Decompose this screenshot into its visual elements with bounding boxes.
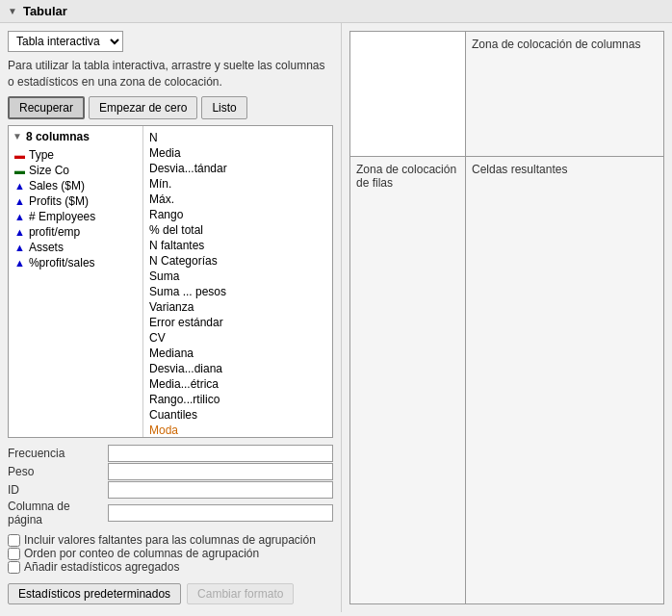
list-item[interactable]: CV [147, 330, 328, 346]
columns-header: ▼ 8 columnas [13, 130, 139, 143]
title-bar: ▼ Tabular [0, 0, 672, 23]
bottom-buttons: Estadísticos predeterminados Cambiar for… [8, 583, 333, 604]
bar-icon: ▬ [14, 165, 25, 176]
list-item[interactable]: Cuantiles [147, 407, 328, 423]
listo-button[interactable]: Listo [201, 96, 246, 119]
list-item[interactable]: Mín. [147, 176, 328, 192]
estadisticos-predeterminados-button[interactable]: Estadísticos predeterminados [8, 583, 181, 604]
frecuencia-input[interactable] [108, 445, 333, 462]
list-item[interactable]: ▲ Assets [13, 240, 139, 255]
list-item[interactable]: Desvia...tándar [147, 161, 328, 176]
column-label: %profit/sales [29, 256, 95, 270]
description-text: Para utilizar la tabla interactiva, arra… [8, 58, 333, 90]
list-item[interactable]: ▲ # Employees [13, 209, 139, 224]
drop-zone-bottom-right[interactable]: Celdas resultantes [466, 157, 663, 603]
list-item[interactable]: ▬ Size Co [13, 163, 139, 178]
main-container: Tabla interactiva Para utilizar la tabla… [0, 23, 672, 612]
triangle-icon: ▲ [14, 195, 25, 207]
triangle-icon: ▲ [14, 226, 25, 238]
triangle-icon: ▲ [14, 242, 25, 253]
peso-row: Peso [8, 463, 333, 480]
column-label: Sales ($M) [29, 179, 85, 192]
checkbox-incluir-faltantes[interactable] [8, 534, 20, 547]
list-item[interactable]: Error estándar [147, 315, 328, 330]
list-item[interactable]: Suma ... pesos [147, 284, 328, 299]
id-input[interactable] [108, 481, 333, 499]
empezar-cero-button[interactable]: Empezar de cero [89, 96, 197, 119]
title-text: Tabular [23, 4, 67, 18]
list-item[interactable]: Rango...rtilico [147, 392, 328, 407]
column-label: profit/emp [29, 225, 80, 239]
columna-pagina-input[interactable] [108, 504, 333, 522]
checkboxes-section: Incluir valores faltantes para las colum… [8, 533, 333, 574]
checkbox-orden-conteo[interactable] [8, 548, 20, 560]
list-item[interactable]: ▲ %profit/sales [13, 255, 139, 270]
list-item[interactable]: ▬ Type [13, 147, 139, 163]
checkbox-row-1: Incluir valores faltantes para las colum… [8, 533, 333, 547]
left-panel: Tabla interactiva Para utilizar la tabla… [0, 23, 342, 612]
columns-count-label: 8 columnas [26, 130, 90, 143]
frecuencia-label: Frecuencia [8, 447, 104, 460]
column-label: # Employees [29, 210, 95, 223]
checkbox-row-3: Añadir estadísticos agregados [8, 560, 333, 574]
triangle-icon: ▲ [14, 257, 25, 269]
list-item[interactable]: ▲ Profits ($M) [13, 193, 139, 209]
id-row: ID [8, 481, 333, 499]
column-label: Type [29, 148, 54, 162]
column-label: Profits ($M) [29, 194, 89, 208]
form-fields: Frecuencia Peso ID Columna de página [8, 444, 333, 527]
column-label: Size Co [29, 164, 69, 177]
list-item[interactable]: Suma [147, 269, 328, 284]
recuperar-button[interactable]: Recuperar [8, 96, 85, 119]
triangle-icon: ▲ [14, 211, 25, 222]
action-buttons-row: Recuperar Empezar de cero Listo [8, 96, 333, 119]
drop-zone-columns-label: Zona de colocación de columnas [472, 38, 640, 51]
id-label: ID [8, 483, 104, 497]
list-item[interactable]: ▲ Sales ($M) [13, 178, 139, 193]
columna-pagina-row: Columna de página [8, 500, 333, 526]
title-arrow: ▼ [8, 6, 17, 16]
drop-zone-top-right[interactable]: Zona de colocación de columnas [466, 32, 663, 157]
drop-zone-rows-label: Zona de colocación de filas [356, 163, 459, 190]
peso-label: Peso [8, 465, 104, 478]
list-item[interactable]: Mediana [147, 346, 328, 361]
list-item[interactable]: Moda [147, 423, 328, 437]
checkbox-anadir-estadisticos[interactable] [8, 561, 20, 574]
drop-zone-top-left[interactable] [350, 32, 466, 157]
checkbox-label-3: Añadir estadísticos agregados [24, 560, 179, 574]
list-item[interactable]: Rango [147, 207, 328, 222]
list-item[interactable]: % del total [147, 222, 328, 238]
triangle-icon: ▲ [14, 180, 25, 192]
list-item[interactable]: N [147, 130, 328, 145]
drop-zone-bottom-left[interactable]: Zona de colocación de filas [350, 157, 466, 603]
columns-arrow: ▼ [13, 131, 22, 141]
list-item[interactable]: Desvia...diana [147, 361, 328, 376]
columns-list: ▼ 8 columnas ▬ Type ▬ Size Co ▲ Sales ($… [9, 126, 143, 437]
dropdown-row: Tabla interactiva [8, 31, 333, 52]
content-box: ▼ 8 columnas ▬ Type ▬ Size Co ▲ Sales ($… [8, 125, 333, 438]
frecuencia-row: Frecuencia [8, 445, 333, 462]
column-label: Assets [29, 241, 64, 254]
checkbox-label-1: Incluir valores faltantes para las colum… [24, 533, 316, 547]
bar-icon: ▬ [14, 149, 25, 161]
drop-zone-container: Zona de colocación de columnas Zona de c… [349, 31, 664, 604]
checkbox-row-2: Orden por conteo de columnas de agrupaci… [8, 547, 333, 560]
list-item[interactable]: Máx. [147, 192, 328, 207]
peso-input[interactable] [108, 463, 333, 480]
columna-pagina-label: Columna de página [8, 500, 104, 526]
table-type-select[interactable]: Tabla interactiva [8, 31, 123, 52]
stats-list: N Media Desvia...tándar Mín. Máx. Rango … [143, 126, 332, 437]
list-item[interactable]: Media...étrica [147, 376, 328, 392]
drop-zone-cells-label: Celdas resultantes [472, 163, 567, 176]
list-item[interactable]: N faltantes [147, 238, 328, 253]
list-item[interactable]: ▲ profit/emp [13, 224, 139, 240]
list-item[interactable]: Media [147, 145, 328, 161]
right-panel: Zona de colocación de columnas Zona de c… [342, 23, 672, 612]
list-item[interactable]: Varianza [147, 299, 328, 315]
list-item[interactable]: N Categorías [147, 253, 328, 269]
cambiar-formato-button[interactable]: Cambiar formato [187, 583, 294, 604]
checkbox-label-2: Orden por conteo de columnas de agrupaci… [24, 547, 259, 560]
